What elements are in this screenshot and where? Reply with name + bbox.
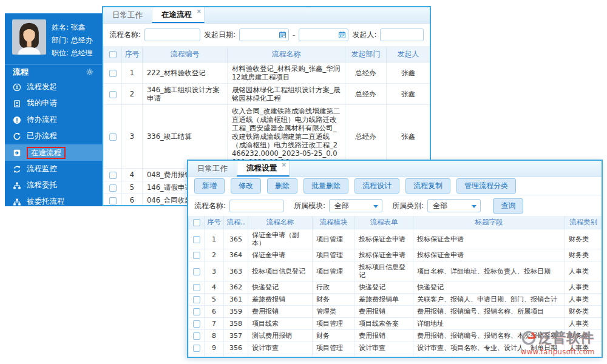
row-checkbox[interactable] [109,91,117,98]
sidebar-item[interactable]: 我的申请 [5,95,102,112]
cell-initiator: 张鑫 [387,105,430,169]
row-checkbox[interactable] [193,332,200,340]
row-checkbox[interactable] [109,133,117,141]
module-label: 所属模块: [294,201,325,211]
table-row[interactable]: 1 222_材料验收登记 材料验收登记_材料采购_张鑫_华润12城房建工程项目 … [104,62,430,84]
tab-close-icon[interactable]: × [282,161,287,168]
row-checkbox[interactable] [109,172,117,179]
column-header: 标题字段 [413,216,565,229]
cell-initiator: 张鑫 [387,84,430,105]
query-button[interactable]: 查询 [493,198,523,214]
cell-process-code: 361 [224,294,248,306]
sidebar-item[interactable]: 待办流程 [5,112,102,128]
row-checkbox[interactable] [109,184,117,192]
cell-form: 设计进度汇报 [355,354,413,359]
row-checkbox[interactable] [193,236,200,243]
select-all-checkbox[interactable] [109,51,117,58]
column-header: 发起部门 [345,47,387,62]
chevron-down-icon [472,205,476,208]
category-select[interactable]: 全部 [427,199,481,212]
row-checkbox[interactable] [193,268,200,275]
table-row[interactable]: 5 361 差旅费报销 财务 差旅费报销单 关联客户、报销人、申请日期、部门、报… [189,294,602,306]
sidebar-item[interactable]: 已办流程 [5,128,102,144]
tab[interactable]: 流程设置 × [237,161,290,177]
sidebar-item[interactable]: 流程发起 [5,79,102,95]
table-row[interactable]: 3 363 投标项目信息登记 项目管理 投标项目信息登记 项目名称、详细地址、投… [189,261,602,281]
column-header: 流程类别 [565,216,602,229]
toolbar-button[interactable]: 修改 [231,178,261,194]
toolbar-button[interactable]: 流程复制 [405,178,450,194]
sidebar-item[interactable]: 在途流程 [5,144,102,161]
sidebar-item-label: 已办流程 [27,131,57,141]
cell-initiator: 张鑫 [387,62,430,84]
row-checkbox[interactable] [193,252,200,259]
cell-department: 总经办 [345,84,387,105]
process-settings-window: 日常工作 流程设置 × 新增 修改 删除 批量删除 流程设计 流程复制 管理流程… [187,160,603,358]
process-name-input[interactable] [229,200,284,212]
cell-seq: 7 [205,318,224,330]
tab[interactable]: 在途流程 × [152,7,205,23]
avatar [12,19,46,55]
toolbar-button[interactable]: 流程设计 [354,178,399,194]
toolbar-button[interactable]: 管理流程分类 [456,178,516,194]
tab[interactable]: 日常工作 [103,7,152,23]
cell-category: 财务类 [565,306,602,318]
table-row[interactable]: 1 365 保证金申请（副本） 项目管理 投标保证金申请 投标保证金申请 财务类 [189,229,602,249]
toolbar-button[interactable]: 删除 [267,178,297,194]
row-checkbox[interactable] [193,320,200,328]
row-checkbox[interactable] [193,308,200,315]
sidebar-item-label: 流程发起 [27,82,57,92]
row-checkbox[interactable] [193,284,200,291]
sidebar-item[interactable]: 流程委托 [5,177,102,194]
table-row[interactable]: 2 364 保证金申请 项目管理 投标保证金申请 投标保证金申请 财务类 [189,249,602,261]
calendar-icon[interactable] [338,31,346,39]
gear-icon[interactable] [86,68,94,76]
sidebar-item[interactable]: 流程监控 [5,161,102,177]
cell-seq: 4 [122,169,143,181]
table-row[interactable]: 3 336_竣工结算 收入合同_改建铁路成渝线增建第二直通线（成渝枢纽）电力线路… [104,105,430,169]
cell-seq: 10 [205,354,224,359]
column-header: 流程名称 [228,47,345,62]
cell-department: 总经办 [345,62,387,84]
cell-module: 项目管理 [313,342,355,354]
cell-seq: 3 [122,105,143,169]
column-header: 流程名称 [248,216,313,229]
toolbar-button[interactable]: 批量删除 [304,178,348,194]
cell-process-code: 356 [224,342,248,354]
cell-process-code: 359 [224,306,248,318]
transit-icon [13,149,21,157]
select-all-checkbox[interactable] [193,219,200,226]
cell-process-code: 357 [224,330,248,342]
table-header-row: 序号流程..流程名称流程模块流程表单标题字段流程类别 [189,216,602,229]
cell-process-name: 费用报销 [248,306,313,318]
cell-seq: 1 [122,62,143,84]
module-select[interactable]: 全部 [329,199,382,212]
cell-process-name: 材料验收登记_材料采购_张鑫_华润12城房建工程项目 [228,62,345,84]
cell-process-name: 测试费用报销 [248,330,313,342]
sidebar-item[interactable]: 被委托流程 [5,194,102,210]
initiator-input[interactable] [380,29,424,41]
toolbar-button[interactable]: 新增 [194,178,225,194]
column-header: 流程模块 [313,216,355,229]
cell-form: 设计审查 [355,342,413,354]
table-row[interactable]: 7 358 项目线索 项目管理 项目线索备案 详细地址 人事类 [189,318,602,330]
row-checkbox[interactable] [193,296,200,303]
process-name-label: 流程名称: [109,30,141,40]
row-checkbox[interactable] [109,70,117,77]
cell-process-code: 358 [224,318,248,330]
calendar-icon[interactable] [279,31,287,39]
cell-category: 人事类 [565,318,602,330]
profile-position: 职位: 总经理 [52,47,93,59]
sidebar-item-label: 流程委托 [27,180,57,190]
tab[interactable]: 日常工作 [188,161,237,177]
date-separator: - [293,31,295,39]
row-checkbox[interactable] [193,345,200,352]
table-row[interactable]: 4 362 快递登记 行政 快递登记 快递登记 人事类 [189,281,602,294]
table-row[interactable]: 2 346_施工组织设计方案申请 晟铭园林绿化工程组织设计方案_晟铭园林绿化工程… [104,84,430,105]
cell-module: 项目管理 [313,318,355,330]
row-checkbox[interactable] [109,197,117,204]
table-row[interactable]: 6 359 费用报销 管理类 费用报销 费用报销、报销编号、报销名称、所属项目 … [189,306,602,318]
process-name-input[interactable] [144,29,200,41]
tab-close-icon[interactable]: × [197,8,202,15]
table-header-row: 序号流程编号流程名称发起部门发起人 [104,47,430,62]
